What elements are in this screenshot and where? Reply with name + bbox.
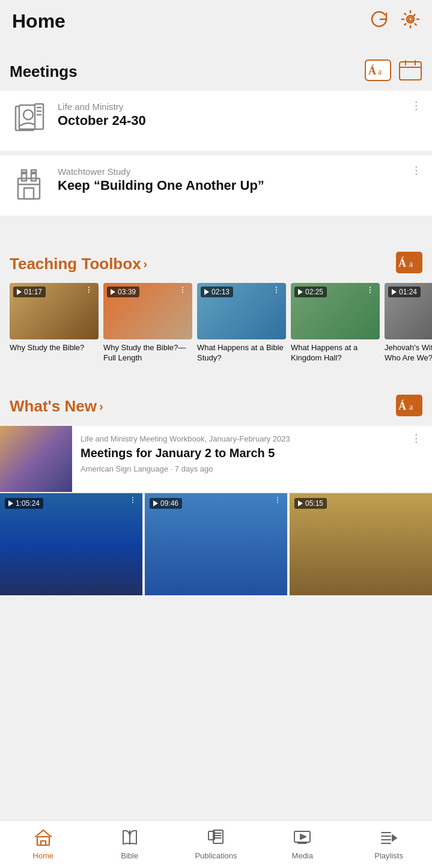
whats-new-title: What's New (10, 397, 97, 416)
toolbox-chevron: › (144, 257, 148, 271)
svg-rect-24 (24, 188, 34, 199)
svg-text:Á: Á (368, 64, 376, 77)
watchtower-icon (10, 166, 48, 205)
video-thumb-5[interactable]: 01:24 ··· Jehovah's Witnesses—Who Are We… (385, 283, 432, 363)
meetings-title-row: Meetings (10, 62, 78, 81)
svg-marker-41 (300, 834, 306, 839)
bottom-video-row: 1:05:24 ··· 09:46 ··· 05:15 (0, 493, 432, 595)
header-actions (370, 10, 420, 33)
nav-publications[interactable]: Publications (173, 821, 260, 868)
nav-media-label: Media (292, 851, 313, 860)
video-label-2: Why Study the Bible?—Full Length (103, 343, 192, 363)
whats-new-title-link[interactable]: What's New › (10, 397, 103, 416)
meeting-card-watchtower[interactable]: Watchtower Study Keep “Building One Anot… (0, 156, 432, 216)
whats-new-info: Life and Ministry Meeting Workbook, Janu… (72, 426, 432, 492)
meeting-more-2[interactable]: ··· (407, 165, 425, 176)
svg-text:a: a (409, 402, 413, 411)
bottom-video-2[interactable]: 09:46 ··· (145, 493, 287, 595)
toolbox-video-strip: 01:17 ··· Why Study the Bible? 03:39 ···… (0, 283, 432, 363)
svg-marker-47 (392, 835, 397, 841)
settings-icon[interactable] (401, 10, 420, 33)
meeting-info-ministry: Life and Ministry October 24-30 (58, 102, 422, 129)
video-thumb-2[interactable]: 03:39 ··· Why Study the Bible?—Full Leng… (103, 283, 192, 363)
meeting-info-watchtower: Watchtower Study Keep “Building One Anot… (58, 166, 422, 193)
svg-text:Á: Á (398, 399, 406, 412)
meeting-title-1: October 24-30 (58, 113, 422, 129)
whats-new-card[interactable]: Life and Ministry Meeting Workbook, Janu… (0, 426, 432, 492)
toolbox-title-link[interactable]: Teaching Toolbox › (10, 255, 147, 273)
meeting-card-ministry[interactable]: Life and Ministry October 24-30 ··· (0, 91, 432, 151)
meetings-title: Meetings (10, 62, 78, 81)
meeting-title-2: Keep “Building One Another Up” (58, 178, 422, 193)
bottom-video-3[interactable]: 05:15 (290, 493, 432, 595)
bible-icon (121, 829, 139, 849)
meetings-calendar-icon[interactable] (398, 59, 422, 83)
video-label-1: Why Study the Bible? (10, 343, 99, 353)
page-title: Home (12, 10, 65, 32)
video-thumb-3[interactable]: 02:13 ··· What Happens at a Bible Study? (197, 283, 286, 363)
whats-new-meta: American Sign Language · 7 days ago (81, 464, 408, 473)
meetings-translate-icon[interactable]: Á a (365, 59, 391, 83)
toolbox-translate-icon[interactable]: Á a (396, 252, 422, 276)
video-thumb-4[interactable]: 02:25 ··· What Happens at a Kingdom Hall… (291, 283, 380, 363)
nav-publications-label: Publications (195, 851, 237, 860)
nav-playlists[interactable]: Playlists (345, 821, 432, 868)
svg-text:a: a (378, 67, 382, 76)
ministry-icon (10, 102, 48, 140)
nav-media[interactable]: Media (259, 821, 345, 868)
whats-new-section: What's New › Á a Life and Ministry Meeti… (0, 390, 432, 607)
meeting-more-1[interactable]: ··· (407, 100, 425, 111)
whats-new-chevron: › (99, 399, 103, 413)
video-label-4: What Happens at a Kingdom Hall? (291, 343, 380, 363)
teaching-toolbox-section: Teaching Toolbox › Á a 01:17 ··· Why Stu… (0, 247, 432, 375)
whats-new-supertitle: Life and Ministry Meeting Workbook, Janu… (81, 434, 408, 443)
whats-new-more[interactable]: ··· (407, 433, 425, 444)
whats-new-translate-icon[interactable]: Á a (396, 395, 422, 419)
meeting-subtitle-1: Life and Ministry (58, 102, 422, 112)
media-icon (293, 829, 311, 849)
video-thumb-1[interactable]: 01:17 ··· Why Study the Bible? (10, 283, 99, 363)
publications-icon (207, 829, 225, 849)
nav-home[interactable]: Home (0, 821, 87, 868)
svg-text:a: a (409, 259, 413, 269)
svg-rect-33 (41, 841, 46, 845)
video-label-3: What Happens at a Bible Study? (197, 343, 286, 363)
whats-new-header: What's New › Á a (0, 390, 432, 426)
svg-rect-5 (400, 62, 421, 80)
meetings-header: Meetings Á a (0, 55, 432, 91)
app-header: Home (0, 0, 432, 40)
meeting-subtitle-2: Watchtower Study (58, 166, 422, 177)
whats-new-image (0, 426, 72, 492)
playlists-icon (380, 829, 398, 849)
home-icon (34, 829, 52, 849)
refresh-icon[interactable] (370, 10, 389, 33)
nav-bible[interactable]: Bible (87, 821, 173, 868)
nav-playlists-label: Playlists (374, 851, 403, 860)
bottom-video-1[interactable]: 1:05:24 ··· (0, 493, 142, 595)
svg-text:Á: Á (398, 256, 406, 269)
toolbox-title: Teaching Toolbox (10, 255, 141, 273)
video-label-5: Jehovah's Witnesses—Who Are We? (385, 343, 432, 363)
toolbox-header: Teaching Toolbox › Á a (0, 247, 432, 283)
svg-point-0 (409, 17, 412, 21)
meetings-section: Meetings Á a (0, 50, 432, 232)
bottom-nav: Home Bible Publications (0, 820, 432, 868)
nav-bible-label: Bible (121, 851, 138, 860)
whats-new-card-title: Meetings for January 2 to March 5 (81, 446, 408, 461)
nav-home-label: Home (33, 851, 54, 860)
